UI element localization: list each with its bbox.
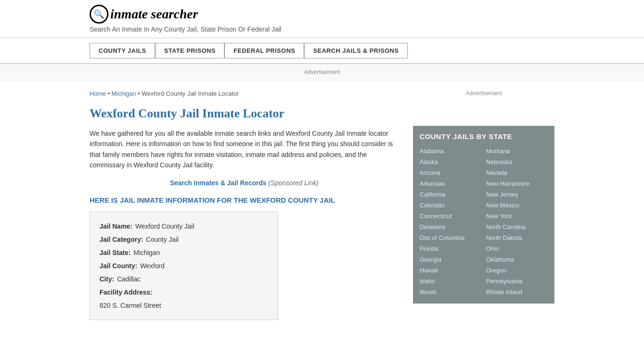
- state-link-left-1[interactable]: Alaska: [420, 157, 481, 167]
- state-link-left-7[interactable]: Delaware: [420, 222, 481, 232]
- state-link-right-5[interactable]: New Mexico: [486, 200, 548, 210]
- state-link-right-11[interactable]: Oregon: [486, 265, 548, 275]
- state-link-right-3[interactable]: New Hampshire: [486, 179, 548, 189]
- tagline: Search An Inmate In Any County Jail, Sta…: [90, 25, 554, 33]
- main-content: Home • Michigan • Wexford County Jail In…: [90, 90, 399, 320]
- state-link-left-2[interactable]: Arizona: [420, 168, 481, 178]
- sidebar-ad: Advertisement: [413, 90, 554, 118]
- state-link-right-7[interactable]: North Carolina: [486, 222, 548, 232]
- state-link-left-6[interactable]: Connecticut: [420, 211, 481, 221]
- section-heading: HERE IS JAIL INMATE INFORMATION FOR THE …: [90, 196, 399, 204]
- info-row-address: Facility Address:: [99, 286, 268, 299]
- state-link-right-10[interactable]: Oklahoma: [486, 255, 548, 264]
- county-jails-by-state-title: COUNTY JAILS BY STATE: [420, 132, 548, 140]
- state-link-right-0[interactable]: Montana: [486, 146, 548, 156]
- nav-state-prisons[interactable]: STATE PRISONS: [155, 43, 224, 58]
- jail-category-label: Jail Category:: [99, 233, 143, 246]
- nav-county-jails[interactable]: COUNTY JAILS: [90, 43, 155, 58]
- page-title: Wexford County Jail Inmate Locator: [90, 107, 399, 121]
- info-row-address-value: 820 S. Carmel Street: [99, 299, 268, 312]
- county-jails-by-state: COUNTY JAILS BY STATE AlabamaMontanaAlas…: [413, 126, 554, 304]
- state-link-left-11[interactable]: Hawaii: [420, 265, 481, 275]
- logo-icon: 🔍: [90, 5, 108, 24]
- state-link-left-13[interactable]: Illinois: [420, 287, 481, 297]
- state-link-right-12[interactable]: Pennsylvania: [486, 276, 548, 286]
- state-link-left-12[interactable]: Idaho: [420, 276, 481, 286]
- state-link-right-6[interactable]: New York: [486, 211, 548, 221]
- sidebar: Advertisement COUNTY JAILS BY STATE Alab…: [413, 90, 554, 320]
- state-link-left-0[interactable]: Alabama: [420, 146, 481, 156]
- state-link-left-3[interactable]: Arkansas: [420, 179, 481, 189]
- state-link-left-10[interactable]: Georgia: [420, 255, 481, 264]
- jail-name-label: Jail Name:: [99, 220, 132, 233]
- breadcrumb-current: Wexford County Jail Inmate Locator: [141, 90, 239, 97]
- breadcrumb-state[interactable]: Michigan: [111, 90, 136, 97]
- jail-state-label: Jail State:: [99, 246, 131, 259]
- info-row-city: City: Cadillac: [99, 272, 268, 286]
- state-link-right-4[interactable]: New Jersey: [486, 189, 548, 199]
- breadcrumb-home[interactable]: Home: [90, 90, 106, 97]
- jail-address-value: 820 S. Carmel Street: [99, 299, 161, 312]
- jail-county-value: Wexford: [140, 259, 165, 272]
- state-link-left-9[interactable]: Florida: [420, 244, 481, 254]
- state-link-right-2[interactable]: Nevada: [486, 168, 548, 178]
- jail-category-value: County Jail: [146, 233, 179, 246]
- site-header: 🔍 inmate searcher Search An Inmate In An…: [0, 0, 644, 38]
- main-nav: COUNTY JAILS STATE PRISONS FEDERAL PRISO…: [0, 38, 644, 64]
- state-link-left-5[interactable]: Colorado: [420, 200, 481, 210]
- nav-federal-prisons[interactable]: FEDERAL PRISONS: [224, 43, 304, 58]
- page-description: We have gathered for you all the availab…: [90, 128, 399, 171]
- states-grid: AlabamaMontanaAlaskaNebraskaArizonaNevad…: [420, 146, 548, 297]
- info-row-category: Jail Category: County Jail: [99, 233, 268, 246]
- ad-banner-top: Advertisement: [0, 64, 644, 81]
- breadcrumb: Home • Michigan • Wexford County Jail In…: [90, 90, 399, 97]
- state-link-right-9[interactable]: Ohio: [486, 244, 548, 254]
- sponsored-link[interactable]: Search Inmates & Jail Records: [170, 179, 266, 187]
- sponsored-link-container: Search Inmates & Jail Records (Sponsored…: [90, 179, 399, 187]
- info-row-state: Jail State: Michigan: [99, 246, 268, 259]
- jail-address-label: Facility Address:: [99, 286, 152, 299]
- nav-search[interactable]: SEARCH JAILS & PRISONS: [304, 43, 407, 58]
- state-link-left-8[interactable]: Dist.of Columbia: [420, 233, 481, 243]
- jail-state-value: Michigan: [133, 246, 160, 259]
- content-wrapper: Home • Michigan • Wexford County Jail In…: [0, 81, 644, 329]
- state-link-left-4[interactable]: California: [420, 189, 481, 199]
- state-link-right-1[interactable]: Nebraska: [486, 157, 548, 167]
- info-row-county: Jail County: Wexford: [99, 259, 268, 272]
- sponsored-label: (Sponsored Link): [268, 179, 319, 187]
- logo-text: inmate searcher: [110, 7, 198, 22]
- jail-city-value: Cadillac: [117, 272, 140, 286]
- jail-county-label: Jail County:: [99, 259, 137, 272]
- state-link-right-13[interactable]: Rhode Island: [486, 287, 548, 297]
- logo-area: 🔍 inmate searcher: [90, 5, 554, 24]
- state-link-right-8[interactable]: North Dakota: [486, 233, 548, 243]
- info-row-name: Jail Name: Wexford County Jail: [99, 220, 268, 233]
- jail-info-box: Jail Name: Wexford County Jail Jail Cate…: [90, 212, 278, 320]
- jail-name-value: Wexford County Jail: [135, 220, 194, 233]
- jail-city-label: City:: [99, 272, 114, 286]
